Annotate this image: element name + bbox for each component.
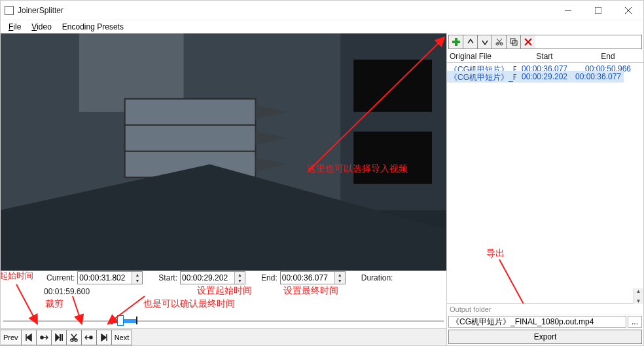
- annotation-start-time: 起始时间: [1, 270, 33, 282]
- annotation-set-start: 设置起始时间: [197, 285, 252, 297]
- svg-point-33: [90, 336, 92, 339]
- start-time-input[interactable]: [181, 273, 234, 282]
- timeline-slider[interactable]: [1, 311, 446, 328]
- next-button[interactable]: Next: [111, 330, 133, 345]
- step-back-button[interactable]: [21, 330, 37, 345]
- annotation-cut: 裁剪: [45, 298, 63, 310]
- svg-rect-1: [595, 7, 601, 14]
- svg-line-47: [499, 260, 531, 303]
- maximize-button[interactable]: [583, 1, 613, 20]
- svg-line-41: [497, 39, 501, 44]
- move-up-button[interactable]: [463, 35, 478, 48]
- end-time-input[interactable]: [281, 273, 334, 282]
- col-end[interactable]: End: [573, 50, 643, 62]
- current-label: Current:: [46, 273, 75, 282]
- col-start[interactable]: Start: [516, 50, 573, 62]
- current-time-spinner[interactable]: ▲▼: [77, 271, 143, 284]
- output-path[interactable]: 《CG机甲短片》_FINAL_1080p.out.mp4: [448, 316, 626, 328]
- menu-file[interactable]: File: [3, 21, 26, 33]
- svg-marker-34: [101, 334, 106, 341]
- window-title: JoinerSplitter: [18, 6, 553, 15]
- play-pause-button[interactable]: [51, 330, 67, 345]
- svg-rect-8: [353, 132, 432, 184]
- start-time-spinner[interactable]: ▲▼: [180, 271, 245, 284]
- clip-table-header: Original File Start End: [447, 50, 643, 63]
- table-row[interactable]: 《CG机甲短片》_F00:00:29.20200:00:36.077: [447, 71, 624, 83]
- annotation-set-end: 设置最终时间: [283, 285, 338, 297]
- step-forward-button[interactable]: [96, 330, 112, 345]
- duration-label: Duration:: [361, 273, 393, 282]
- svg-marker-26: [56, 334, 59, 341]
- move-down-button[interactable]: [478, 35, 492, 48]
- close-button[interactable]: [613, 1, 643, 20]
- cut-button[interactable]: [66, 330, 82, 345]
- delete-clip-button[interactable]: [521, 35, 535, 48]
- end-label: End:: [261, 273, 277, 282]
- minimize-button[interactable]: [553, 1, 583, 20]
- svg-rect-7: [353, 60, 432, 112]
- svg-point-25: [41, 336, 43, 339]
- col-file[interactable]: Original File: [447, 50, 516, 62]
- export-button[interactable]: Export: [448, 330, 642, 344]
- clip-table-body[interactable]: 《CG机甲短片》_F00:00:29.20200:00:36.077《CG机甲短…: [447, 63, 643, 303]
- start-label: Start:: [158, 273, 177, 282]
- prev-button[interactable]: Prev: [1, 330, 22, 345]
- svg-rect-10: [125, 99, 256, 178]
- end-time-spinner[interactable]: ▲▼: [280, 271, 346, 284]
- cut-clip-button[interactable]: [492, 35, 507, 48]
- set-in-button[interactable]: [36, 330, 52, 345]
- video-preview[interactable]: 这里也可以选择导入视频: [1, 33, 446, 271]
- menu-video[interactable]: Video: [26, 21, 56, 33]
- add-clip-button[interactable]: [449, 35, 463, 48]
- annotation-export: 导出: [486, 248, 505, 260]
- set-out-button[interactable]: [81, 330, 97, 345]
- total-time: 00:01:59.600: [44, 287, 90, 296]
- current-time-input[interactable]: [78, 273, 132, 282]
- menu-encoding[interactable]: Encoding Presets: [57, 21, 129, 33]
- svg-marker-23: [27, 334, 31, 341]
- copy-clip-button[interactable]: [507, 35, 521, 48]
- svg-rect-37: [452, 41, 460, 43]
- app-icon: [5, 6, 14, 15]
- annotation-confirm-end: 也是可以确认最终时间: [143, 298, 235, 310]
- svg-line-40: [497, 39, 502, 44]
- browse-output-button[interactable]: ...: [628, 316, 642, 328]
- annotation-import: 这里也可以选择导入视频: [307, 163, 408, 175]
- output-folder-label: Output folder: [447, 304, 643, 315]
